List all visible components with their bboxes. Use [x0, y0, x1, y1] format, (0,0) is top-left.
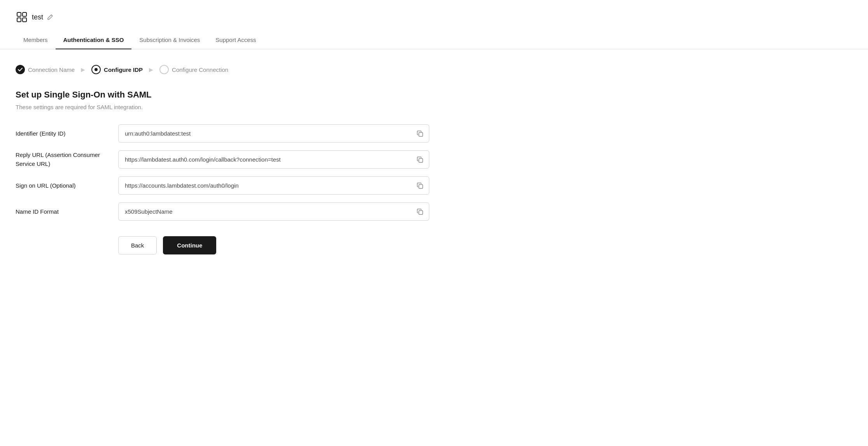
field-name-id-format-wrapper	[118, 202, 429, 221]
svg-rect-1	[23, 12, 26, 16]
step-2-circle	[91, 65, 101, 74]
field-sign-on-url: Sign on URL (Optional)	[16, 176, 852, 195]
step-configure-connection: Configure Connection	[159, 65, 228, 74]
field-identifier-wrapper	[118, 124, 429, 143]
org-icon	[16, 11, 28, 23]
tab-members[interactable]: Members	[16, 31, 56, 49]
svg-rect-6	[419, 185, 423, 188]
org-name: test	[32, 13, 43, 21]
field-reply-url: Reply URL (Assertion Consumer Service UR…	[16, 150, 852, 169]
field-reply-url-label: Reply URL (Assertion Consumer Service UR…	[16, 151, 109, 168]
step-1-label: Connection Name	[28, 66, 75, 73]
nav-tabs: Members Authentication & SSO Subscriptio…	[0, 31, 868, 49]
step-arrow-2: ▶	[149, 66, 153, 73]
svg-rect-0	[17, 12, 21, 16]
back-button[interactable]: Back	[118, 236, 157, 254]
field-name-id-format-input[interactable]	[119, 203, 411, 220]
section-subtitle: These settings are required for SAML int…	[16, 104, 852, 110]
step-1-circle	[16, 65, 25, 74]
field-sign-on-url-wrapper	[118, 176, 429, 195]
svg-rect-2	[17, 18, 21, 22]
field-name-id-format-label: Name ID Format	[16, 208, 109, 215]
step-configure-idp: Configure IDP	[91, 65, 143, 74]
field-reply-url-wrapper	[118, 150, 429, 169]
field-reply-url-input[interactable]	[119, 151, 411, 168]
step-arrow-1: ▶	[81, 66, 85, 73]
copy-sign-on-url-button[interactable]	[411, 178, 429, 193]
copy-name-id-format-button[interactable]	[411, 204, 429, 219]
step-connection-name: Connection Name	[16, 65, 75, 74]
continue-button[interactable]: Continue	[163, 236, 216, 254]
svg-rect-7	[419, 211, 423, 214]
svg-rect-3	[23, 18, 26, 22]
header: test	[0, 0, 868, 23]
step-3-label: Configure Connection	[172, 66, 228, 73]
step-2-label: Configure IDP	[104, 66, 143, 73]
pencil-icon[interactable]	[47, 14, 53, 20]
copy-reply-url-button[interactable]	[411, 152, 429, 167]
copy-identifier-button[interactable]	[411, 126, 429, 141]
field-sign-on-url-label: Sign on URL (Optional)	[16, 182, 109, 189]
tab-subscription-invoices[interactable]: Subscription & Invoices	[131, 31, 208, 49]
field-identifier-input[interactable]	[119, 125, 411, 142]
step-3-circle	[159, 65, 169, 74]
svg-rect-5	[419, 159, 423, 162]
tab-support-access[interactable]: Support Access	[208, 31, 264, 49]
section-title: Set up Single Sign-On with SAML	[16, 90, 852, 100]
field-identifier-label: Identifier (Entity ID)	[16, 130, 109, 137]
action-buttons: Back Continue	[16, 236, 852, 254]
main-content: Connection Name ▶ Configure IDP ▶ Config…	[0, 49, 868, 270]
tab-authentication-sso[interactable]: Authentication & SSO	[56, 31, 132, 49]
field-identifier: Identifier (Entity ID)	[16, 124, 852, 143]
field-name-id-format: Name ID Format	[16, 202, 852, 221]
stepper: Connection Name ▶ Configure IDP ▶ Config…	[16, 65, 852, 74]
svg-rect-4	[419, 132, 423, 136]
field-sign-on-url-input[interactable]	[119, 177, 411, 194]
